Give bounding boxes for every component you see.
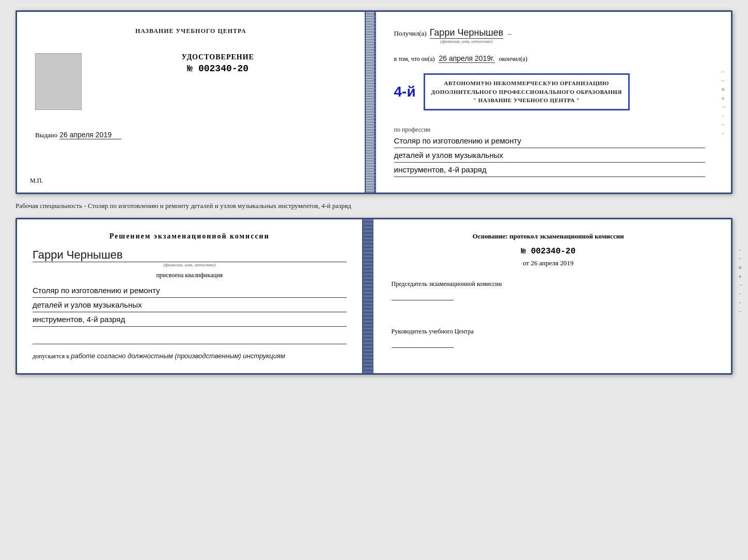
- allowed-label: допускается к работе согласно должностны…: [33, 352, 347, 360]
- allowed-text: работе согласно должностным (производств…: [71, 352, 285, 360]
- grade-text: 4-й: [394, 84, 416, 100]
- mp-label: М.П.: [30, 177, 43, 185]
- top-left-page: НАЗВАНИЕ УЧЕБНОГО ЦЕНТРА УДОСТОВЕРЕНИЕ №…: [17, 12, 366, 193]
- profession-label: по профессии: [394, 126, 706, 134]
- protocol-number: № 002340-20: [392, 247, 706, 256]
- protocol-date: от 26 апреля 2019: [392, 259, 706, 267]
- date-prefix-bottom: от: [523, 259, 529, 267]
- decision-title: Решением экзаменационной комиссии: [33, 232, 347, 241]
- bottom-side-decoration: – – и а ← – – –: [739, 0, 744, 560]
- profession-line1: Столяр по изготовлению и ремонту: [394, 134, 706, 148]
- bottom-person-subtitle: (фамилия, имя, отчество): [33, 262, 347, 267]
- date-prefix: в том, что он(а): [394, 55, 435, 63]
- stamp-line3: " НАЗВАНИЕ УЧЕБНОГО ЦЕНТРА ": [431, 96, 622, 105]
- finished-label: окончил(а): [499, 55, 527, 63]
- recipient-prefix: Получил(а): [394, 29, 427, 38]
- cert-number: № 002340-20: [187, 63, 248, 74]
- dash: –: [506, 29, 511, 38]
- basis-title: Основание: протокол экзаменационной коми…: [392, 232, 706, 241]
- recipient-name: Гарри Чернышев: [430, 27, 504, 39]
- profession-line3: инструментов, 4-й разряд: [394, 163, 706, 177]
- separator-text: Рабочая специальность - Столяр по изгото…: [15, 202, 351, 210]
- separator-label: Рабочая специальность - Столяр по изгото…: [15, 199, 733, 213]
- org-name-top: НАЗВАНИЕ УЧЕБНОГО ЦЕНТРА: [135, 27, 246, 35]
- profession-line2: деталей и узлов музыкальных: [394, 148, 706, 163]
- stamp-box: АВТОНОМНУЮ НЕКОММЕРЧЕСКУЮ ОРГАНИЗАЦИЮ ДО…: [424, 73, 630, 110]
- top-right-page: Получил(а) Гарри Чернышев (фамилия, имя,…: [376, 12, 731, 193]
- qual-line1: Столяр по изготовлению и ремонту: [33, 283, 347, 298]
- issued-date: 26 апреля 2019: [59, 131, 121, 139]
- signature-section: Председатель экзаменационной комиссии Ру…: [392, 278, 706, 352]
- issued-label: Выдано: [35, 131, 57, 139]
- date-value: 26 апреля 2019г.: [439, 54, 494, 63]
- qual-line3: инструментов, 4-й разряд: [33, 312, 347, 327]
- recipient-subtitle: (фамилия, имя, отчество): [440, 39, 492, 44]
- photo-placeholder: [35, 53, 82, 110]
- qual-line2: деталей и узлов музыкальных: [33, 298, 347, 312]
- stamp-line1: АВТОНОМНУЮ НЕКОММЕРЧЕСКУЮ ОРГАНИЗАЦИЮ: [431, 79, 622, 88]
- bottom-right-page: Основание: протокол экзаменационной коми…: [373, 219, 731, 373]
- date-value-bottom: 26 апреля 2019: [531, 259, 573, 267]
- bottom-left-page: Решением экзаменационной комиссии Гарри …: [17, 219, 363, 373]
- blank-line: [33, 332, 347, 344]
- bottom-spine: [363, 219, 373, 373]
- side-decoration: – – и а ← – – –: [722, 12, 727, 193]
- spacing: [392, 315, 706, 325]
- bottom-person-name: Гарри Чернышев: [33, 248, 347, 262]
- director-label: Руководитель учебного Центра: [392, 325, 706, 338]
- top-document: НАЗВАНИЕ УЧЕБНОГО ЦЕНТРА УДОСТОВЕРЕНИЕ №…: [15, 10, 733, 194]
- chairman-label: Председатель экзаменационной комиссии: [392, 278, 706, 290]
- chairman-sig-line: [392, 300, 454, 300]
- bottom-document: Решением экзаменационной комиссии Гарри …: [15, 218, 733, 375]
- allowed-prefix: допускается к: [33, 353, 69, 360]
- cert-title: УДОСТОВЕРЕНИЕ: [182, 53, 254, 61]
- stamp-line2: ДОПОЛНИТЕЛЬНОГО ПРОФЕССИОНАЛЬНОГО ОБРАЗО…: [431, 88, 622, 97]
- assigned-label: присвоена квалификация: [33, 271, 347, 279]
- director-sig-line: [392, 347, 454, 348]
